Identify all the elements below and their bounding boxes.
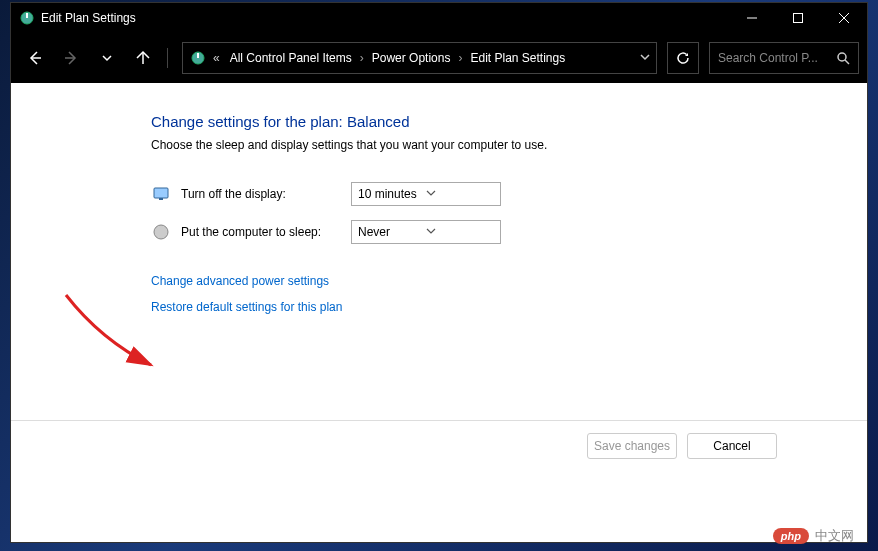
svg-point-11 bbox=[838, 53, 846, 61]
svg-rect-13 bbox=[154, 188, 168, 198]
display-value: 10 minutes bbox=[358, 187, 426, 201]
chevron-down-icon bbox=[426, 225, 494, 239]
svg-point-15 bbox=[154, 225, 168, 239]
page: Change settings for the plan: Balanced C… bbox=[11, 83, 867, 314]
cancel-button[interactable]: Cancel bbox=[687, 433, 777, 459]
links-section: Change advanced power settings Restore d… bbox=[151, 274, 867, 314]
sleep-label: Put the computer to sleep: bbox=[181, 225, 341, 239]
breadcrumb-icon bbox=[189, 49, 207, 67]
display-label: Turn off the display: bbox=[181, 187, 341, 201]
titlebar: Edit Plan Settings bbox=[11, 3, 867, 33]
refresh-button[interactable] bbox=[667, 42, 699, 74]
window: Edit Plan Settings bbox=[10, 2, 868, 543]
close-button[interactable] bbox=[821, 3, 867, 33]
breadcrumb[interactable]: « All Control Panel Items › Power Option… bbox=[182, 42, 657, 74]
chevron-down-icon[interactable] bbox=[640, 51, 650, 65]
save-button[interactable]: Save changes bbox=[587, 433, 677, 459]
chevron-right-icon: › bbox=[456, 51, 464, 65]
display-icon bbox=[151, 184, 171, 204]
setting-row-sleep: Put the computer to sleep: Never bbox=[151, 220, 867, 244]
divider bbox=[11, 420, 867, 421]
sleep-dropdown[interactable]: Never bbox=[351, 220, 501, 244]
chevron-down-icon bbox=[426, 187, 494, 201]
back-button[interactable] bbox=[19, 42, 51, 74]
breadcrumb-item[interactable]: Edit Plan Settings bbox=[466, 51, 569, 65]
history-dropdown-button[interactable] bbox=[91, 42, 123, 74]
display-dropdown[interactable]: 10 minutes bbox=[351, 182, 501, 206]
minimize-button[interactable] bbox=[729, 3, 775, 33]
sleep-value: Never bbox=[358, 225, 426, 239]
window-title: Edit Plan Settings bbox=[41, 11, 729, 25]
forward-button[interactable] bbox=[55, 42, 87, 74]
search-input[interactable]: Search Control P... bbox=[709, 42, 859, 74]
content-area: Change settings for the plan: Balanced C… bbox=[11, 83, 867, 542]
search-placeholder: Search Control P... bbox=[718, 51, 836, 65]
restore-defaults-link[interactable]: Restore default settings for this plan bbox=[151, 300, 867, 314]
sleep-icon bbox=[151, 222, 171, 242]
separator bbox=[167, 48, 168, 68]
chevron-right-icon: › bbox=[358, 51, 366, 65]
window-controls bbox=[729, 3, 867, 33]
setting-row-display: Turn off the display: 10 minutes bbox=[151, 182, 867, 206]
svg-rect-10 bbox=[197, 53, 199, 58]
page-subheading: Choose the sleep and display settings th… bbox=[151, 138, 867, 152]
breadcrumb-item[interactable]: All Control Panel Items bbox=[226, 51, 356, 65]
advanced-settings-link[interactable]: Change advanced power settings bbox=[151, 274, 867, 288]
breadcrumb-prefix: « bbox=[209, 51, 224, 65]
breadcrumb-item[interactable]: Power Options bbox=[368, 51, 455, 65]
search-icon bbox=[836, 51, 850, 65]
navbar: « All Control Panel Items › Power Option… bbox=[11, 33, 867, 83]
up-button[interactable] bbox=[127, 42, 159, 74]
app-icon bbox=[19, 10, 35, 26]
svg-rect-3 bbox=[794, 14, 803, 23]
maximize-button[interactable] bbox=[775, 3, 821, 33]
footer-buttons: Save changes Cancel bbox=[587, 433, 777, 459]
page-heading: Change settings for the plan: Balanced bbox=[151, 113, 867, 130]
svg-rect-14 bbox=[159, 198, 163, 200]
svg-line-12 bbox=[845, 60, 849, 64]
svg-rect-1 bbox=[26, 13, 28, 18]
